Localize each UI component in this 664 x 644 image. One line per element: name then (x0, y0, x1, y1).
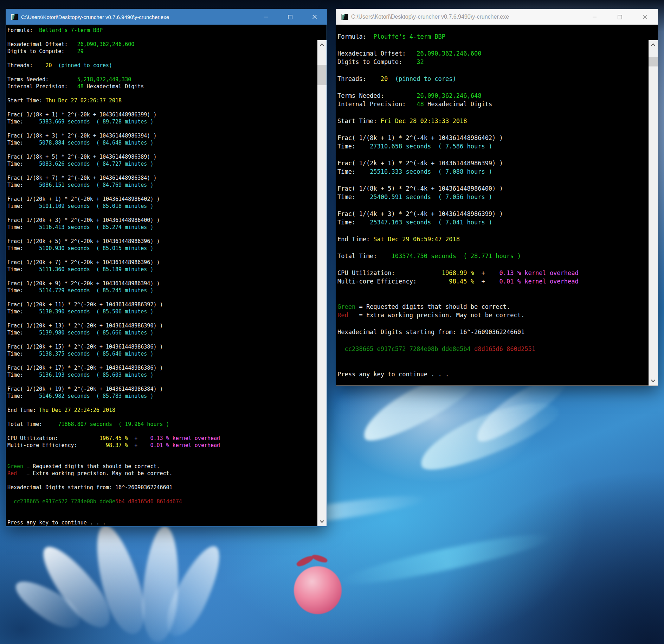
scroll-up-icon[interactable] (649, 40, 658, 49)
maximize-icon (288, 15, 292, 19)
console-line: Time: 5114.729 seconds ( 85.245 minutes … (7, 287, 220, 294)
console-line: Frac( 1/(20k + 11) * 2^(-20k + 104361448… (7, 301, 220, 308)
console-line: Time: 5139.980 seconds ( 85.666 minutes … (7, 329, 220, 336)
console-line: Frac( 1/(20k + 7) * 2^(-20k + 1043614489… (7, 259, 220, 266)
console-line (337, 66, 579, 75)
right-titlebar[interactable]: C:\Users\Kotori\Desktop\y-cruncher v0.7.… (336, 9, 658, 25)
console-line: End Time: Sat Dec 29 06:59:47 2018 (337, 235, 579, 243)
close-icon (643, 14, 647, 19)
console-line: Time: 5136.193 seconds ( 85.603 minutes … (7, 371, 220, 378)
console-line: Multi-core Efficiency: 98.37 % + 0.01 % … (7, 442, 220, 449)
console-line: CPU Utilization: 1968.99 % + 0.13 % kern… (337, 269, 579, 277)
console-line (7, 505, 220, 512)
console-line (337, 151, 579, 159)
minimize-icon (264, 15, 268, 19)
console-line (7, 414, 220, 421)
right-scrollbar[interactable] (649, 40, 658, 385)
console-line: Time: 25347.163 seconds ( 7.041 hours ) (337, 218, 579, 227)
console-line (337, 243, 579, 252)
console-line: Time: 5100.930 seconds ( 85.015 minutes … (7, 245, 220, 252)
minimize-button[interactable] (582, 9, 607, 25)
console-line: Digits to Compute: 29 (7, 48, 220, 55)
console-line: Green = Requested digits that should be … (337, 302, 579, 311)
console-app-icon (341, 14, 348, 20)
console-line (337, 294, 579, 302)
console-line: Hexadecimal Digits starting from: 16^-26… (337, 328, 579, 336)
left-console-output[interactable]: Formula: Bellard's 7-term BBP Hexadecima… (6, 25, 327, 526)
wallpaper-pink-orb (294, 566, 342, 614)
console-line: Internal Precision: 48 Hexadecimal Digit… (337, 100, 579, 108)
console-window-left: C:\Users\Kotori\Desktop\y-cruncher v0.7.… (6, 9, 327, 527)
minimize-button[interactable] (254, 9, 278, 25)
console-line: Frac( 1/(20k + 5) * 2^(-20k + 1043614489… (7, 238, 220, 245)
scrollbar-thumb[interactable] (649, 57, 658, 66)
console-line (337, 336, 579, 345)
console-line: Hexadecimal Digits starting from: 16^-26… (7, 484, 220, 491)
maximize-button[interactable] (607, 9, 632, 25)
console-line: Time: 27310.658 seconds ( 7.586 hours ) (337, 142, 579, 151)
console-line: Hexadecimal Offset: 26,090,362,246,600 (337, 49, 579, 58)
console-line: cc238665 e917c572 7284e08b dde8e5b4 d8d1… (337, 345, 579, 353)
maximize-icon (618, 15, 622, 19)
right-console-text: Formula: Plouffe's 4-term BBP Hexadecima… (337, 25, 579, 378)
console-line: Press any key to continue . . . (7, 519, 220, 526)
minimize-icon (592, 15, 597, 19)
console-line: Total Time: 71868.807 seconds ( 19.964 h… (7, 421, 220, 428)
console-line (7, 491, 220, 498)
console-line: Start Time: Thu Dec 27 02:26:37 2018 (7, 97, 220, 104)
console-line: Frac( 1/(20k + 15) * 2^(-20k + 104361448… (7, 343, 220, 350)
console-line: Frac( 1/(20k + 1) * 2^(-20k + 1043614489… (7, 196, 220, 203)
caption-buttons (582, 9, 658, 25)
console-line (337, 83, 579, 91)
close-button[interactable] (302, 9, 327, 25)
maximize-button[interactable] (278, 9, 302, 25)
console-line: Formula: Bellard's 7-term BBP (7, 27, 220, 34)
scroll-up-icon[interactable] (317, 40, 327, 49)
console-line (7, 146, 220, 153)
console-line: Frac( 1/(20k + 19) * 2^(-20k + 104361448… (7, 385, 220, 393)
console-line: Time: 5138.375 seconds ( 85.640 minutes … (7, 350, 220, 357)
console-line (7, 90, 220, 97)
console-line: Time: 5383.669 seconds ( 89.728 minutes … (7, 118, 220, 125)
right-console-output[interactable]: Formula: Plouffe's 4-term BBP Hexadecima… (336, 25, 658, 385)
caption-buttons (254, 9, 327, 25)
console-line: Start Time: Fri Dec 28 02:13:33 2018 (337, 117, 579, 125)
console-line (7, 210, 220, 217)
window-title: C:\Users\Kotori\Desktop\y-cruncher v0.7.… (21, 14, 254, 20)
console-line (7, 512, 220, 519)
console-line (7, 357, 220, 364)
console-line (337, 286, 579, 294)
console-line (7, 69, 220, 76)
left-titlebar[interactable]: C:\Users\Kotori\Desktop\y-cruncher v0.7.… (6, 9, 327, 25)
console-line (7, 477, 220, 484)
console-line: Time: 5146.982 seconds ( 85.783 minutes … (7, 393, 220, 400)
console-line: Frac( 1/(2k + 1) * 2^(-4k + 104361448986… (337, 159, 579, 167)
close-button[interactable] (632, 9, 658, 25)
console-line: Frac( 1/(8k + 5) * 2^(-20k + 10436144898… (7, 153, 220, 160)
scroll-down-icon[interactable] (317, 517, 327, 526)
console-line: cc238665 e917c572 7284e08b dde8e5b4 d8d1… (7, 498, 220, 505)
scrollbar-thumb[interactable] (317, 65, 327, 85)
console-line: Formula: Plouffe's 4-term BBP (337, 32, 579, 41)
console-line: Total Time: 103574.750 seconds ( 28.771 … (337, 252, 579, 260)
console-line: Time: 25400.591 seconds ( 7.056 hours ) (337, 193, 579, 201)
left-scrollbar[interactable] (317, 40, 327, 526)
console-line (337, 125, 579, 134)
console-line (337, 260, 579, 269)
console-line (7, 294, 220, 301)
console-line: Frac( 1/(20k + 17) * 2^(-20k + 104361448… (7, 364, 220, 371)
console-line: Frac( 1/(20k + 9) * 2^(-20k + 1043614489… (7, 280, 220, 287)
console-line: Threads: 20 (pinned to cores) (337, 75, 579, 83)
console-line: Time: 25516.333 seconds ( 7.088 hours ) (337, 167, 579, 176)
console-line (337, 201, 579, 210)
console-line: Time: 5111.360 seconds ( 85.189 minutes … (7, 266, 220, 273)
console-line: Frac( 1/(20k + 13) * 2^(-20k + 104361448… (7, 322, 220, 329)
wallpaper-light-streak (338, 526, 555, 592)
close-icon (312, 14, 317, 19)
wallpaper-ribbon (311, 553, 328, 564)
console-line (7, 273, 220, 280)
scroll-down-icon[interactable] (649, 376, 658, 385)
console-line: Threads: 20 (pinned to cores) (7, 62, 220, 69)
console-line: Terms Needed: 5,218,072,449,330 (7, 76, 220, 83)
console-line (7, 252, 220, 259)
